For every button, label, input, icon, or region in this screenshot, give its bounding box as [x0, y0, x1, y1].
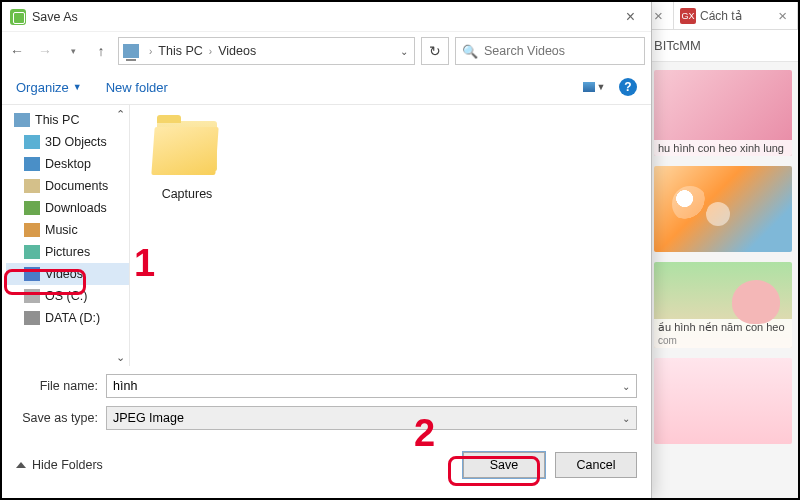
breadcrumb-thispc[interactable]: This PC: [156, 44, 204, 58]
folder-label: Captures: [142, 187, 232, 201]
toolbar: Organize ▼ New folder ▼ ?: [2, 70, 651, 104]
view-options-button[interactable]: ▼: [577, 77, 611, 97]
up-button[interactable]: ↑: [90, 39, 112, 63]
tree-item-pictures[interactable]: Pictures: [6, 241, 129, 263]
save-as-dialog: Save As × ← → ▾ ↑ › This PC › Videos ⌄ ↻…: [2, 2, 652, 498]
chevron-down-icon[interactable]: ⌄: [622, 413, 630, 424]
tree-item-documents[interactable]: Documents: [6, 175, 129, 197]
chevron-right-icon: ›: [205, 46, 216, 57]
search-icon: 🔍: [462, 44, 478, 59]
scroll-down-button[interactable]: ⌄: [113, 350, 127, 364]
tree-item-data[interactable]: DATA (D:): [6, 307, 129, 329]
music-icon: [24, 223, 40, 237]
file-list-area[interactable]: Captures: [130, 105, 651, 366]
refresh-icon: ↻: [429, 43, 441, 59]
save-type-label: Save as type:: [16, 411, 106, 425]
close-icon[interactable]: ×: [778, 7, 787, 24]
desktop-icon: [24, 157, 40, 171]
dialog-title: Save As: [32, 10, 618, 24]
file-name-label: File name:: [16, 379, 106, 393]
annotation-number-2: 2: [414, 412, 435, 455]
file-name-field[interactable]: ⌄: [106, 374, 637, 398]
chevron-down-icon: ▾: [71, 46, 76, 56]
omnibox-fragment: BITcMM: [648, 30, 798, 62]
image-thumbnail[interactable]: [654, 358, 792, 444]
drive-icon: [24, 311, 40, 325]
documents-icon: [24, 179, 40, 193]
browser-background: × GX Cách tả × BITcMM hu hình con heo xi…: [648, 2, 798, 500]
chevron-right-icon: ›: [145, 46, 156, 57]
scroll-up-button[interactable]: ⌃: [113, 107, 127, 121]
address-bar[interactable]: › This PC › Videos ⌄: [118, 37, 415, 65]
chevron-down-icon: ▼: [597, 82, 606, 92]
close-icon: ×: [654, 7, 663, 24]
image-thumbnail[interactable]: hu hình con heo xinh lung: [654, 70, 792, 156]
folder-item-captures[interactable]: Captures: [142, 121, 232, 201]
view-icon: [583, 82, 595, 92]
close-button[interactable]: ×: [618, 6, 643, 28]
pc-icon: [14, 113, 30, 127]
drive-icon: [24, 289, 40, 303]
bottom-bar: Hide Folders Save Cancel: [2, 442, 651, 488]
tree-item-videos[interactable]: Videos: [6, 263, 129, 285]
chevron-down-icon: ▼: [73, 82, 82, 92]
back-button[interactable]: ←: [6, 39, 28, 63]
folder-icon: [151, 121, 223, 179]
recent-locations-button[interactable]: ▾: [62, 39, 84, 63]
hide-folders-toggle[interactable]: Hide Folders: [16, 458, 103, 472]
organize-menu[interactable]: Organize ▼: [16, 80, 82, 95]
form-area: File name: ⌄ Save as type: JPEG Image ⌄: [2, 366, 651, 442]
file-name-input[interactable]: [113, 379, 630, 393]
image-thumbnail[interactable]: [654, 166, 792, 252]
pc-icon: [123, 44, 139, 58]
chevron-down-icon[interactable]: ⌄: [622, 381, 630, 392]
help-button[interactable]: ?: [619, 78, 637, 96]
titlebar: Save As ×: [2, 2, 651, 32]
search-box[interactable]: 🔍: [455, 37, 645, 65]
save-button[interactable]: Save: [463, 452, 545, 478]
tree-item-downloads[interactable]: Downloads: [6, 197, 129, 219]
tree-item-3dobjects[interactable]: 3D Objects: [6, 131, 129, 153]
tree-item-desktop[interactable]: Desktop: [6, 153, 129, 175]
forward-button: →: [34, 39, 56, 63]
search-input[interactable]: [484, 44, 638, 58]
new-folder-button[interactable]: New folder: [106, 80, 168, 95]
save-type-value: JPEG Image: [113, 411, 184, 425]
browser-tab[interactable]: GX Cách tả ×: [674, 2, 798, 29]
pictures-icon: [24, 245, 40, 259]
app-icon: [10, 9, 26, 25]
annotation-number-1: 1: [134, 242, 155, 285]
folder-icon: [24, 135, 40, 149]
downloads-icon: [24, 201, 40, 215]
refresh-button[interactable]: ↻: [421, 37, 449, 65]
chevron-down-icon[interactable]: ⌄: [400, 46, 408, 57]
breadcrumb-videos[interactable]: Videos: [216, 44, 258, 58]
tab-label: Cách tả: [700, 9, 742, 23]
site-badge-icon: GX: [680, 8, 696, 24]
tree-item-osc[interactable]: OS (C:): [6, 285, 129, 307]
tree-item-music[interactable]: Music: [6, 219, 129, 241]
image-thumbnail[interactable]: ầu hình nền năm con heocom: [654, 262, 792, 348]
nav-row: ← → ▾ ↑ › This PC › Videos ⌄ ↻ 🔍: [2, 32, 651, 70]
save-type-field[interactable]: JPEG Image ⌄: [106, 406, 637, 430]
tree-item-thispc[interactable]: This PC: [6, 109, 129, 131]
navigation-tree: ⌃ This PC 3D Objects Desktop Documents D…: [2, 105, 130, 366]
videos-icon: [24, 267, 40, 281]
cancel-button[interactable]: Cancel: [555, 452, 637, 478]
